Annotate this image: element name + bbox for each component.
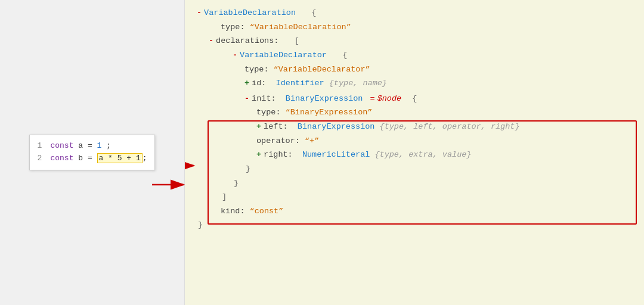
ast-line-14: kind: “const” — [197, 204, 632, 219]
code-text-2: const b = a * 5 + 1; — [50, 152, 147, 165]
line-number-2: 2 — [37, 152, 44, 165]
ast-line-4: type: “VariableDeclarator” — [197, 63, 632, 77]
ast-line-3: - VariableDeclarator { — [197, 48, 632, 63]
code-text-1: const a = 1 ; — [50, 140, 110, 152]
ast-line-8: + left: BinaryExpression {type, left, op… — [197, 120, 632, 134]
ast-line-2: - declarations: [ — [197, 34, 632, 48]
ast-line-5: + id: Identifier {type, name} — [197, 76, 632, 91]
ast-line-9: operator: “+” — [197, 134, 632, 148]
code-line-2: 2 const b = a * 5 + 1; — [37, 152, 147, 165]
keyword-const-2: const — [50, 154, 73, 163]
node-type-0: VariableDeclaration — [204, 6, 296, 20]
minus-icon-0[interactable]: - — [197, 6, 202, 20]
plus-icon-10[interactable]: + — [256, 148, 261, 162]
ast-line-12: } — [197, 176, 632, 191]
ast-line-10: + right: NumericLiteral {type, extra, va… — [197, 148, 632, 162]
ast-line-6: - init: BinaryExpression = $node { — [197, 92, 632, 106]
ast-line-0: - VariableDeclaration { — [197, 6, 632, 20]
arrow-overlay-svg — [185, 166, 197, 189]
keyword-const-1: const — [50, 141, 73, 150]
code-line-1: 1 const a = 1 ; — [37, 140, 147, 152]
ast-line-11: } — [197, 162, 632, 176]
ast-line-13: ] — [197, 190, 632, 204]
right-panel: - VariableDeclaration { type: “VariableD… — [185, 0, 644, 305]
minus-icon-3[interactable]: - — [233, 48, 237, 63]
ast-line-15: } — [197, 218, 632, 232]
ast-line-1: type: “VariableDeclaration” — [197, 20, 632, 35]
left-panel: 1 const a = 1 ; 2 const b = a * 5 + 1; — [0, 0, 185, 305]
ast-tree: - VariableDeclaration { type: “VariableD… — [197, 6, 632, 232]
ast-line-7: type: “BinaryExpression” — [197, 105, 632, 120]
plus-icon-8[interactable]: + — [256, 120, 261, 134]
plus-icon-5[interactable]: + — [244, 76, 249, 91]
highlighted-expression: a * 5 + 1 — [97, 153, 143, 163]
minus-icon-6[interactable]: - — [244, 92, 249, 106]
number-1: 1 — [97, 141, 102, 150]
code-box: 1 const a = 1 ; 2 const b = a * 5 + 1; — [29, 135, 154, 170]
minus-icon-2[interactable]: - — [209, 34, 213, 48]
line-number-1: 1 — [37, 140, 44, 152]
